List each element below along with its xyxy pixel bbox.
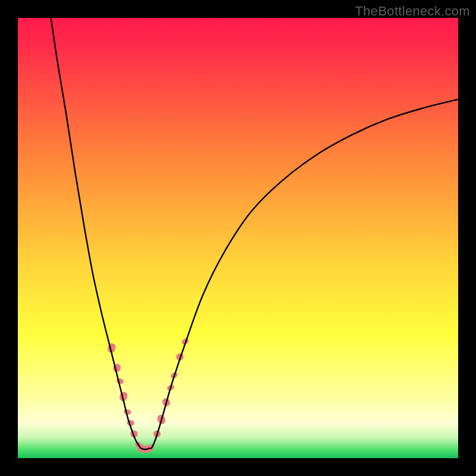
plot-curves [18,18,458,458]
chart-frame: TheBottleneck.com [0,0,476,476]
data-markers [107,337,190,453]
bottleneck-curve [51,18,459,449]
watermark-text: TheBottleneck.com [355,4,470,19]
plot-area [18,18,458,458]
data-marker [112,363,121,373]
data-marker [115,377,124,384]
